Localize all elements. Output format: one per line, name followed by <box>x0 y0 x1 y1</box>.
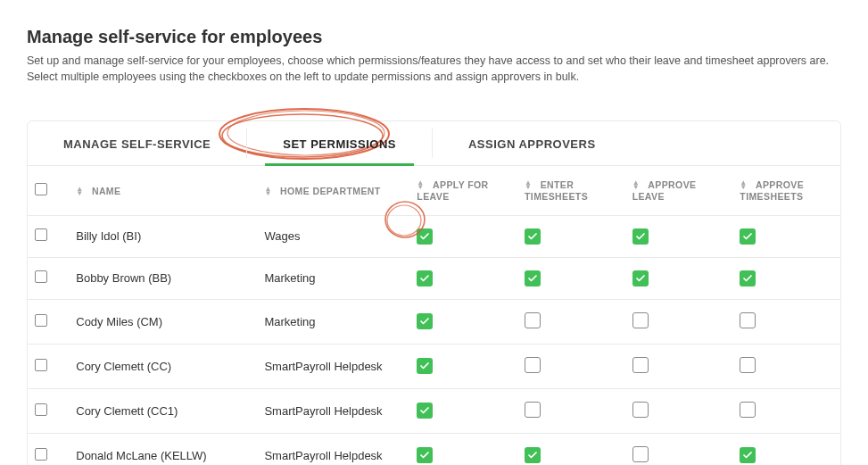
perm-apply-leave[interactable] <box>417 447 433 463</box>
sort-icon: ▲▼ <box>76 187 83 195</box>
perm-approve-leave[interactable] <box>632 446 649 462</box>
employee-dept: SmartPayroll Helpdesk <box>264 404 382 418</box>
col-header-dept-label: HOME DEPARTMENT <box>280 186 381 196</box>
table-row: Cory Clemett (CC1)SmartPayroll Helpdesk <box>28 388 840 433</box>
col-header-approve-leave[interactable]: ▲▼ APPROVE LEAVE <box>625 166 733 215</box>
row-select-checkbox[interactable] <box>35 270 47 283</box>
col-header-approve-timesheets[interactable]: ▲▼ APPROVE TIMESHEETS <box>732 166 840 215</box>
col-header-name-label: NAME <box>92 186 121 196</box>
perm-approve-leave[interactable] <box>632 312 649 328</box>
row-select-checkbox[interactable] <box>35 228 47 241</box>
perm-apply-leave[interactable] <box>417 270 433 286</box>
perm-enter-timesheets[interactable] <box>525 312 541 328</box>
table-row: Billy Idol (BI)Wages <box>28 215 840 257</box>
perm-approve-leave[interactable] <box>632 357 649 373</box>
sort-icon: ▲▼ <box>525 180 532 189</box>
perm-enter-timesheets[interactable] <box>525 270 541 286</box>
perm-approve-timesheets[interactable] <box>740 312 756 328</box>
col-header-enter-ts-label: ENTER TIMESHEETS <box>525 179 588 202</box>
perm-approve-leave[interactable] <box>632 402 649 418</box>
tab-set-permissions[interactable]: SET PERMISSIONS <box>247 121 432 165</box>
row-select-checkbox[interactable] <box>35 314 47 327</box>
employee-dept: SmartPayroll Helpdesk <box>264 449 382 462</box>
perm-enter-timesheets[interactable] <box>525 228 541 245</box>
perm-approve-timesheets[interactable] <box>740 402 756 418</box>
employee-name: Cory Clemett (CC1) <box>76 404 178 418</box>
employee-name: Bobby Brown (BB) <box>76 271 171 285</box>
col-header-enter-timesheets[interactable]: ▲▼ ENTER TIMESHEETS <box>517 166 625 215</box>
row-select-checkbox[interactable] <box>35 403 47 416</box>
table-header-row: ▲▼ NAME ▲▼ HOME DEPARTMENT ▲▼ APPLY FOR … <box>28 166 840 215</box>
employee-name: Billy Idol (BI) <box>76 229 141 243</box>
employee-dept: Wages <box>264 229 300 243</box>
perm-apply-leave[interactable] <box>417 358 433 374</box>
tab-manage-self-service[interactable]: MANAGE SELF-SERVICE <box>28 121 246 165</box>
table-row: Cody Miles (CM)Marketing <box>28 299 840 344</box>
table-row: Cory Clemett (CC)SmartPayroll Helpdesk <box>28 344 840 388</box>
table-row: Donald McLane (KELLW)SmartPayroll Helpde… <box>28 433 840 465</box>
perm-apply-leave[interactable] <box>417 403 433 419</box>
page-description: Set up and manage self-service for your … <box>27 53 841 85</box>
permissions-table: ▲▼ NAME ▲▼ HOME DEPARTMENT ▲▼ APPLY FOR … <box>28 166 840 465</box>
employee-name: Cody Miles (CM) <box>76 315 162 328</box>
col-header-apply-leave-label: APPLY FOR LEAVE <box>417 179 488 202</box>
select-all-checkbox[interactable] <box>35 183 47 195</box>
col-header-name[interactable]: ▲▼ NAME <box>69 166 257 215</box>
employee-dept: Marketing <box>264 271 315 285</box>
perm-enter-timesheets[interactable] <box>525 402 541 418</box>
sort-icon: ▲▼ <box>264 187 271 195</box>
employee-name: Cory Clemett (CC) <box>76 360 171 373</box>
employee-name: Donald McLane (KELLW) <box>76 449 206 462</box>
sort-icon: ▲▼ <box>417 180 424 189</box>
row-select-checkbox[interactable] <box>35 448 47 461</box>
col-header-apply-leave[interactable]: ▲▼ APPLY FOR LEAVE <box>409 166 517 215</box>
employee-dept: SmartPayroll Helpdesk <box>264 360 382 373</box>
perm-apply-leave[interactable] <box>417 228 433 245</box>
tabs: MANAGE SELF-SERVICE SET PERMISSIONS ASSI… <box>28 121 840 166</box>
perm-approve-timesheets[interactable] <box>740 357 756 373</box>
col-header-dept[interactable]: ▲▼ HOME DEPARTMENT <box>257 166 409 215</box>
perm-approve-leave[interactable] <box>632 270 649 286</box>
table-row: Bobby Brown (BB)Marketing <box>28 257 840 299</box>
col-header-approve-leave-label: APPROVE LEAVE <box>632 179 697 202</box>
sort-icon: ▲▼ <box>632 180 640 189</box>
perm-enter-timesheets[interactable] <box>525 357 541 373</box>
employee-dept: Marketing <box>264 315 315 328</box>
page-title: Manage self-service for employees <box>27 27 841 47</box>
row-select-checkbox[interactable] <box>35 359 47 371</box>
perm-approve-leave[interactable] <box>632 228 649 245</box>
sort-icon: ▲▼ <box>740 180 747 189</box>
perm-enter-timesheets[interactable] <box>525 447 541 463</box>
perm-apply-leave[interactable] <box>417 313 433 329</box>
col-header-approve-ts-label: APPROVE TIMESHEETS <box>740 179 804 202</box>
perm-approve-timesheets[interactable] <box>740 228 756 245</box>
perm-approve-timesheets[interactable] <box>740 447 756 463</box>
perm-approve-timesheets[interactable] <box>740 270 756 286</box>
tab-assign-approvers[interactable]: ASSIGN APPROVERS <box>433 121 632 165</box>
permissions-panel: MANAGE SELF-SERVICE SET PERMISSIONS ASSI… <box>27 120 841 465</box>
